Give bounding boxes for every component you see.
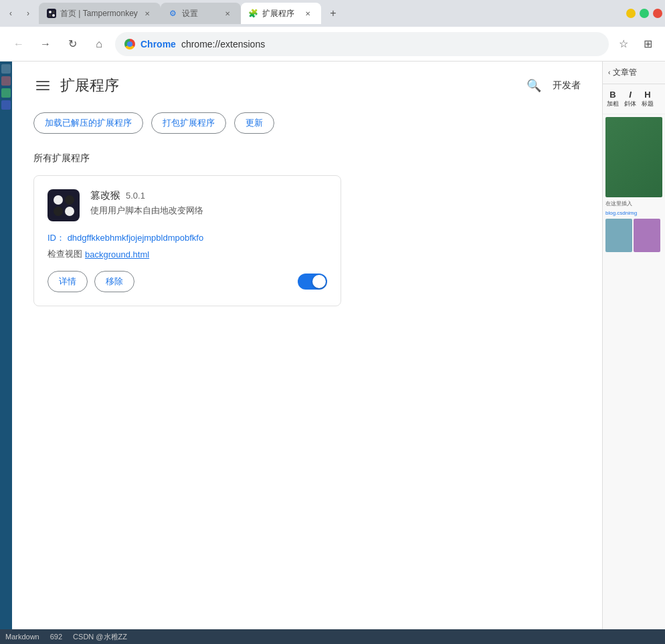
tab-settings[interactable]: ⚙ 设置 ✕ [161, 3, 241, 24]
tab-tampermonkey[interactable]: 首页 | Tampermonkey ✕ [39, 3, 161, 24]
taskbar-item-1[interactable] [1, 64, 11, 74]
extension-id-row: ID： dhdgffkkebhmkfjojejmpbldmpobfkfo [48, 232, 327, 244]
new-tab-btn[interactable]: + [324, 4, 343, 23]
heading-icon: H [644, 90, 650, 100]
tab1-title: 首页 | Tampermonkey [60, 8, 138, 19]
main-content: 扩展程序 🔍 开发者 加载已解压的扩展程序 打包扩展程序 更新 所有扩展程序 [0, 62, 665, 644]
name-row: 篡改猴 5.0.1 [90, 189, 327, 202]
browser-brand-label: Chrome [140, 39, 176, 49]
extension-description: 使用用户脚本自由地改变网络 [90, 205, 327, 217]
url-text: chrome://extensions [181, 39, 265, 49]
panel-small-img-2 [634, 219, 660, 252]
enable-toggle[interactable] [298, 274, 327, 290]
window-controls: – □ ✕ [626, 9, 665, 18]
taskbar-item-3[interactable] [1, 88, 11, 98]
italic-label: 斜体 [624, 100, 636, 108]
panel-main-image [605, 117, 662, 197]
minimize-btn[interactable]: – [626, 9, 636, 18]
hamburger-line-2 [36, 85, 50, 86]
bookmark-btn[interactable]: ☆ [614, 35, 633, 53]
extension-version: 5.0.1 [126, 191, 145, 201]
detail-btn[interactable]: 详情 [48, 271, 88, 292]
id-value: dhdgffkkebhmkfjojejmpbldmpobfkfo [68, 233, 204, 243]
tab-forward-btn[interactable]: › [20, 5, 36, 21]
bold-icon: B [609, 90, 615, 100]
hamburger-menu[interactable] [33, 78, 52, 93]
tab3-title: 扩展程序 [262, 8, 298, 19]
logo-dot-2 [65, 195, 74, 205]
address-bar-right: ☆ ⊞ [614, 35, 657, 53]
tab1-close[interactable]: ✕ [142, 8, 153, 19]
bold-label: 加粗 [607, 100, 619, 108]
bold-btn[interactable]: B 加粗 [605, 88, 620, 110]
taskbar-item-2[interactable] [1, 76, 11, 86]
section-title: 所有扩展程序 [33, 152, 581, 165]
header-actions: 🔍 开发者 [523, 75, 581, 96]
remove-btn[interactable]: 移除 [94, 271, 134, 292]
tampermonkey-tab-icon [47, 9, 56, 18]
extensions-tab-icon: 🧩 [249, 9, 258, 18]
inspect-link[interactable]: background.html [85, 249, 149, 259]
status-bar: Markdown 692 CSDN @水稚ZZ [0, 629, 665, 644]
panel-image-overlay [605, 117, 662, 122]
right-panel-toolbar: B 加粗 I 斜体 H 标题 [603, 84, 665, 114]
browser-window: ‹ › 首页 | Tampermonkey ✕ ⚙ 设置 ✕ 🧩 [0, 0, 665, 644]
extensions-page: 扩展程序 🔍 开发者 加载已解压的扩展程序 打包扩展程序 更新 所有扩展程序 [12, 62, 602, 644]
reload-btn[interactable]: ↻ [62, 33, 83, 55]
load-unpacked-btn[interactable]: 加载已解压的扩展程序 [33, 112, 143, 134]
logo-grid [48, 190, 80, 221]
extension-card: 篡改猴 5.0.1 使用用户脚本自由地改变网络 ID： dhdgffkkebhm… [33, 175, 341, 306]
chrome-logo [124, 39, 135, 49]
address-bar[interactable]: Chrome chrome://extensions [115, 32, 609, 56]
tab-back-btn[interactable]: ‹ [3, 5, 19, 21]
status-user: CSDN @水稚ZZ [73, 632, 127, 642]
heading-btn[interactable]: H 标题 [640, 88, 655, 110]
extensions-main: 扩展程序 🔍 开发者 加载已解压的扩展程序 打包扩展程序 更新 所有扩展程序 [12, 62, 602, 644]
card-header: 篡改猴 5.0.1 使用用户脚本自由地改变网络 [48, 189, 327, 221]
dev-mode-label: 开发者 [553, 80, 581, 92]
right-panel-header: ‹ 文章管 [603, 62, 665, 84]
panel-placeholder-text: 在这里插入 [605, 200, 662, 207]
panel-small-images [605, 219, 662, 252]
pack-extension-btn[interactable]: 打包扩展程序 [151, 112, 226, 134]
back-btn[interactable]: ← [8, 33, 29, 55]
forward-btn[interactable]: → [35, 33, 56, 55]
tab3-close[interactable]: ✕ [302, 8, 313, 19]
card-footer: 详情 移除 [48, 271, 327, 292]
logo-dot-1 [54, 195, 63, 205]
taskbar-item-4[interactable] [1, 100, 11, 110]
inspect-row: 检查视图 background.html [48, 248, 327, 260]
home-btn[interactable]: ⌂ [88, 33, 110, 55]
extension-logo [48, 189, 80, 221]
tab2-title: 设置 [182, 8, 218, 19]
search-btn[interactable]: 🔍 [523, 75, 545, 96]
close-btn[interactable]: ✕ [653, 9, 662, 18]
extensions-header: 扩展程序 🔍 开发者 [33, 75, 581, 96]
chevron-left-icon: ‹ [608, 69, 610, 76]
extension-info: 篡改猴 5.0.1 使用用户脚本自由地改变网络 [90, 189, 327, 217]
italic-btn[interactable]: I 斜体 [623, 88, 638, 110]
tab2-close[interactable]: ✕ [222, 8, 233, 19]
logo-dot-3 [54, 207, 63, 216]
extensions-btn[interactable]: ⊞ [638, 35, 657, 53]
maximize-btn[interactable]: □ [640, 9, 649, 18]
italic-icon: I [629, 90, 632, 100]
action-buttons: 加载已解压的扩展程序 打包扩展程序 更新 [33, 112, 581, 134]
right-panel-content: 在这里插入 blog.csdnimg [603, 114, 665, 631]
logo-dot-4 [65, 207, 74, 216]
right-panel: ‹ 文章管 B 加粗 I 斜体 H 标题 [602, 62, 665, 644]
right-panel-title: 文章管 [613, 67, 637, 78]
status-format: Markdown [5, 633, 39, 641]
tab-bar: ‹ › 首页 | Tampermonkey ✕ ⚙ 设置 ✕ 🧩 [0, 0, 665, 27]
tab-extensions[interactable]: 🧩 扩展程序 ✕ [241, 3, 321, 24]
update-btn[interactable]: 更新 [234, 112, 274, 134]
heading-label: 标题 [642, 100, 654, 108]
toggle-knob [312, 275, 326, 288]
extension-name: 篡改猴 [90, 189, 120, 202]
address-bar-row: ← → ↻ ⌂ Chrome chrome://extensions ☆ ⊞ [0, 27, 665, 62]
left-taskbar-strip [0, 62, 12, 644]
status-count: 692 [50, 633, 62, 641]
settings-tab-icon: ⚙ [169, 9, 178, 18]
panel-small-img-1 [605, 219, 632, 252]
inspect-label: 检查视图 [48, 248, 82, 260]
